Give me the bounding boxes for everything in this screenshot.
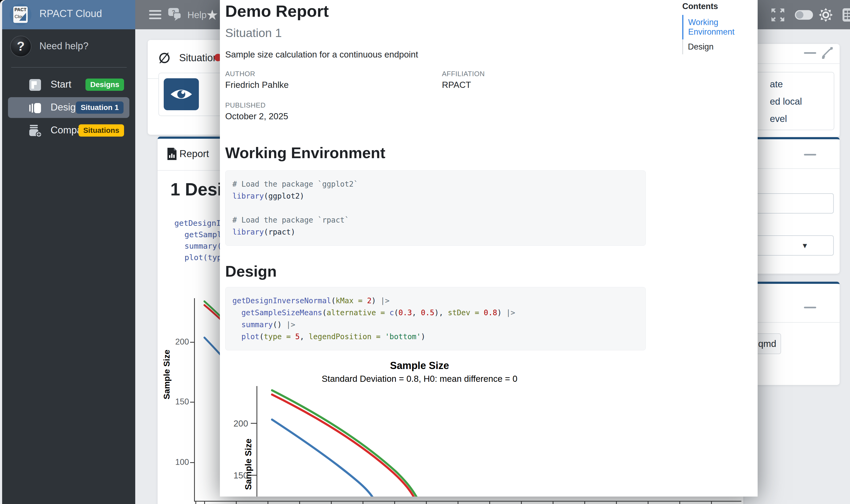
- start-icon: [29, 78, 41, 91]
- ytick-150: 150: [233, 470, 248, 480]
- sidebar: PACT Cloud RPACT Cloud ? Need help? Star…: [2, 0, 135, 504]
- bg-ytick-150: 150: [160, 397, 189, 407]
- toc-item-design[interactable]: Design: [682, 39, 754, 54]
- dialog-title: Demo Report: [225, 2, 329, 20]
- option-line[interactable]: evel: [770, 113, 787, 124]
- chevron-down-icon: ▼: [801, 242, 809, 250]
- background-report-heading: 1 Desi: [170, 179, 222, 199]
- question-mark-icon: ?: [10, 36, 32, 57]
- published-label: PUBLISHED: [225, 101, 266, 109]
- situation-badge: Situation 1: [76, 102, 124, 114]
- help-button[interactable]: ?: [167, 6, 184, 23]
- published-value: October 2, 2025: [225, 111, 288, 121]
- option-line[interactable]: ate: [770, 79, 783, 89]
- compare-icon: [29, 124, 41, 137]
- demo-report-dialog: Demo Report Situation 1 Sample size calc…: [220, 0, 758, 497]
- code-block-design: getDesignInverseNormal(kMax = 2) |> getS…: [225, 287, 646, 350]
- bg-code-line: getDesignIn: [174, 219, 225, 228]
- sidebar-item-label: Start: [51, 79, 71, 90]
- sidebar-item-compare[interactable]: Compare Situations: [2, 120, 135, 141]
- sidebar-divider: [11, 67, 127, 68]
- minimize-icon[interactable]: [804, 307, 816, 308]
- hamburger-menu-icon[interactable]: [149, 8, 161, 21]
- table-of-contents: Contents Working Environment Design: [682, 2, 754, 54]
- design-icon: [29, 102, 41, 114]
- affiliation-value: RPACT: [442, 80, 471, 90]
- dialog-description: Sample size calculation for a continuous…: [225, 50, 418, 60]
- report-tab[interactable]: Report: [179, 148, 209, 160]
- affiliation-label: AFFILIATION: [442, 70, 485, 78]
- background-chart-curves: [195, 293, 220, 503]
- rpact-logo: PACT Cloud: [10, 4, 32, 25]
- background-chart-xticks: [194, 502, 741, 504]
- author-value: Friedrich Pahlke: [225, 80, 289, 90]
- minimize-icon[interactable]: [804, 154, 816, 156]
- sidebar-item-start[interactable]: Start Designs: [2, 74, 135, 95]
- section-heading-working-environment: Working Environment: [225, 144, 385, 162]
- theme-toggle-switch[interactable]: [795, 10, 813, 20]
- logo-triangle: [19, 13, 26, 21]
- chat-question-icon: ?: [167, 6, 184, 22]
- help-label[interactable]: Help: [187, 10, 206, 20]
- logo-text-top: PACT: [13, 6, 28, 13]
- app-window: ? Help ★: [0, 0, 850, 504]
- bg-ytick-200: 200: [160, 337, 189, 347]
- favorite-star-icon[interactable]: ★: [206, 8, 219, 22]
- dialog-subtitle: Situation 1: [225, 26, 282, 40]
- grid-apps-icon[interactable]: [842, 8, 850, 23]
- minimize-icon[interactable]: [804, 52, 816, 54]
- section-heading-design: Design: [225, 262, 276, 280]
- sidebar-brand-header[interactable]: PACT Cloud RPACT Cloud: [2, 0, 135, 29]
- expand-icon[interactable]: [820, 47, 833, 59]
- settings-sun-icon[interactable]: [818, 7, 833, 23]
- designs-badge: Designs: [86, 78, 124, 91]
- plot-subtitle: Standard Deviation = 0.8, H0: mean diffe…: [220, 374, 619, 384]
- situations-badge: Situations: [78, 124, 124, 137]
- empty-set-icon: ∅: [158, 50, 170, 66]
- author-label: AUTHOR: [225, 70, 255, 78]
- fullscreen-icon[interactable]: [771, 8, 785, 23]
- ytick-200: 200: [233, 418, 248, 428]
- blue-curve: [272, 419, 374, 497]
- toc-title: Contents: [682, 2, 754, 11]
- code-block-working-environment: # Load the package `ggplot2`library(ggpl…: [225, 170, 646, 246]
- bg-ytick-100: 100: [160, 457, 189, 467]
- eye-tile: [164, 78, 199, 110]
- option-line[interactable]: ed local: [770, 96, 802, 107]
- toggle-knob: [796, 11, 803, 19]
- brand-title: RPACT Cloud: [39, 8, 102, 19]
- toc-item-working-environment[interactable]: Working Environment: [682, 15, 754, 39]
- plot-title: Sample Size: [220, 360, 619, 372]
- red-curve: [272, 395, 415, 497]
- need-help-label: Need help?: [39, 40, 88, 52]
- eye-icon: [164, 78, 199, 110]
- sidebar-item-design[interactable]: Design Situation 1: [8, 97, 129, 118]
- report-doc-icon: [166, 147, 178, 161]
- sample-size-plot: 200 150: [220, 383, 758, 497]
- need-help-item[interactable]: ? Need help?: [2, 34, 135, 66]
